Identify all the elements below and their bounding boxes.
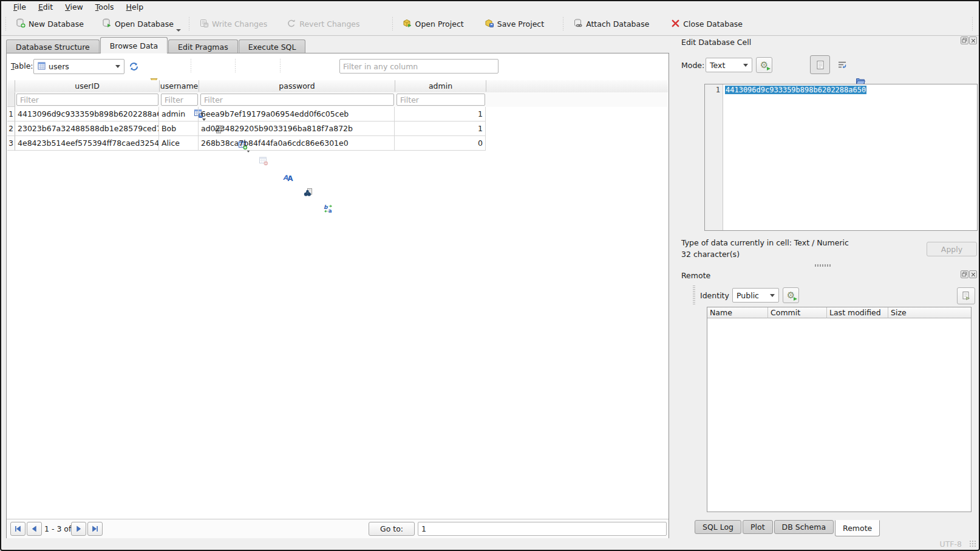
record-navigation-bar: 1 - 3 of 3 Go to: — [7, 519, 669, 538]
replace-button[interactable]: ba — [320, 200, 336, 216]
dock-tab-db-schema[interactable]: DB Schema — [774, 520, 834, 534]
open-project-label: Open Project — [415, 19, 464, 29]
main-tab-bar: Database Structure Browse Data Edit Prag… — [6, 37, 306, 53]
save-project-button[interactable]: Save Project — [480, 16, 549, 32]
column-header-admin[interactable]: admin — [395, 80, 486, 92]
menu-tools[interactable]: Tools — [89, 2, 120, 12]
delete-record-button[interactable] — [256, 153, 271, 169]
dock-tab-plot[interactable]: Plot — [743, 520, 773, 534]
open-project-button[interactable]: Open Project — [398, 16, 469, 32]
remote-column-size[interactable]: Size — [888, 307, 971, 318]
cell-editor[interactable]: 1 4413096d9c933359b898b6202288a650 — [704, 84, 978, 231]
filter-corner-cell — [7, 92, 15, 107]
tab-label: Edit Pragmas — [178, 43, 228, 52]
column-header-label: username — [160, 81, 199, 91]
dock-splitter-handle[interactable] — [815, 264, 831, 267]
row-number[interactable]: 1 — [7, 107, 15, 121]
resize-grip[interactable] — [969, 540, 976, 547]
cell-admin[interactable]: 0 — [395, 136, 486, 151]
dock-close-button[interactable] — [969, 270, 977, 278]
refresh-button[interactable] — [126, 58, 141, 74]
svg-text:A: A — [287, 174, 293, 182]
format-button[interactable]: AA — [280, 169, 296, 185]
editor-selected-text[interactable]: 4413096d9c933359b898b6202288a650 — [725, 86, 866, 94]
write-changes-button[interactable]: Write Changes — [194, 16, 272, 32]
remote-column-commit[interactable]: Commit — [768, 307, 827, 318]
column-header-label: userID — [75, 81, 100, 91]
last-record-button[interactable] — [87, 522, 103, 536]
mode-combobox[interactable]: Text — [706, 58, 752, 72]
remote-column-name[interactable]: Name — [707, 307, 768, 318]
column-header-label: Size — [891, 308, 907, 317]
grid-corner-header[interactable] — [7, 80, 15, 92]
identity-combobox[interactable]: Public — [732, 288, 779, 303]
menu-view[interactable]: View — [59, 2, 89, 12]
cell-size-info: 32 character(s) — [681, 250, 740, 259]
cell-admin[interactable]: 1 — [395, 107, 486, 121]
row-number[interactable]: 2 — [7, 121, 15, 136]
dock-float-button[interactable] — [961, 36, 968, 44]
open-project-icon — [403, 18, 412, 30]
cell-password[interactable]: ad0234829205b9033196ba818f7a872b — [199, 121, 395, 136]
column-header-userid[interactable]: userID — [15, 80, 160, 92]
global-filter-input[interactable] — [339, 59, 499, 74]
goto-record-input[interactable] — [418, 522, 667, 536]
new-database-button[interactable]: New Database — [11, 16, 89, 32]
open-database-button[interactable]: Open Database — [97, 16, 179, 32]
apply-button[interactable]: Apply — [927, 242, 977, 256]
filter-input-userid[interactable] — [16, 94, 158, 106]
column-header-password[interactable]: password — [199, 80, 395, 92]
menu-help[interactable]: Help — [120, 2, 150, 12]
table-selector-combobox[interactable]: users — [33, 59, 124, 74]
close-database-button[interactable]: Close Database — [666, 16, 747, 32]
column-header-label: password — [279, 81, 315, 91]
tab-execute-sql[interactable]: Execute SQL — [239, 39, 306, 53]
cell-username[interactable]: Alice — [159, 136, 199, 151]
find-button[interactable] — [300, 185, 316, 200]
open-database-label: Open Database — [115, 19, 174, 29]
tab-edit-pragmas[interactable]: Edit Pragmas — [168, 39, 238, 53]
encoding-indicator[interactable]: UTF-8 — [940, 539, 962, 549]
dock-tab-bar: SQL Log Plot DB Schema Remote — [695, 520, 881, 536]
dock-tab-sql-log[interactable]: SQL Log — [695, 520, 741, 534]
filter-input-password[interactable] — [200, 94, 394, 106]
cell-userid[interactable]: 23023b67a32488588db1e28579ced7ec — [15, 121, 159, 136]
dock-float-button[interactable] — [961, 270, 968, 278]
tab-database-structure[interactable]: Database Structure — [6, 39, 100, 53]
tab-browse-data[interactable]: Browse Data — [100, 37, 168, 53]
column-header-username[interactable]: username — [160, 80, 199, 92]
filter-input-username[interactable] — [161, 94, 198, 106]
remote-column-last-modified[interactable]: Last modified — [827, 307, 888, 318]
column-header-label: Last modified — [829, 308, 881, 317]
filter-input-admin[interactable] — [396, 94, 485, 106]
row-number[interactable]: 3 — [7, 136, 15, 151]
cell-password[interactable]: 6eea9b7ef19179a06954edd0f6c05ceb — [199, 107, 395, 121]
cell-username[interactable]: admin — [159, 107, 199, 121]
remote-file-table[interactable]: Name Commit Last modified Size — [707, 307, 971, 512]
dock-tab-remote[interactable]: Remote — [835, 520, 880, 536]
auto-mode-gear-button[interactable]: ⚙ — [756, 57, 772, 73]
word-wrap-button[interactable] — [834, 57, 850, 73]
attach-database-button[interactable]: Attach Database — [568, 16, 654, 32]
cell-password[interactable]: 268b38ca7b84f44fa0a6cdc86e6301e0 — [199, 136, 395, 151]
dock-close-button[interactable] — [969, 36, 977, 44]
next-record-button[interactable] — [71, 522, 86, 536]
cell-username[interactable]: Bob — [159, 121, 199, 136]
cell-userid[interactable]: 4413096d9c933359b898b6202288a650 — [15, 107, 159, 121]
identity-gear-button[interactable]: ⚙ — [783, 287, 799, 303]
browse-data-panel: Table: users AA ba userID username passw… — [6, 53, 669, 538]
clone-database-button[interactable] — [957, 287, 975, 304]
cell-admin[interactable]: 1 — [395, 121, 486, 136]
menu-edit[interactable]: Edit — [32, 2, 59, 12]
toolbar-drag-handle[interactable] — [5, 17, 7, 32]
save-project-icon — [485, 18, 494, 30]
first-record-button[interactable] — [10, 522, 26, 536]
close-database-label: Close Database — [683, 19, 743, 29]
cell-userid[interactable]: 4e8423b514eef575394ff78caed3254d — [15, 136, 159, 151]
text-mode-toggle-button[interactable] — [810, 55, 830, 74]
open-database-dropdown-caret[interactable] — [176, 29, 181, 32]
previous-record-button[interactable] — [27, 522, 42, 536]
menu-file[interactable]: File — [7, 2, 32, 12]
goto-button[interactable]: Go to: — [369, 522, 415, 536]
revert-changes-button[interactable]: Revert Changes — [282, 16, 364, 32]
